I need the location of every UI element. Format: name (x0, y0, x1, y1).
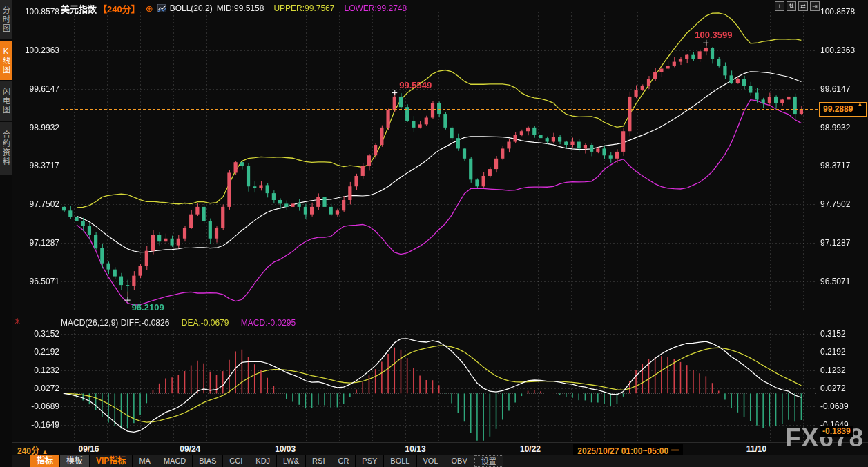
pan-right-icon[interactable]: ⇥ (810, 1, 820, 11)
time-axis-row: 240分 ▲ 2025/10/27 01:00~05:00 一 09/1609/… (12, 442, 868, 455)
macd-tick-right: -0.0689 (820, 401, 859, 411)
chart-control-icons: +⇅⇄⇥ (775, 1, 820, 11)
price-tick-right: 98.3717 (820, 161, 859, 170)
crosshair-move-icon[interactable]: + (775, 1, 784, 11)
boll-upper-value: UPPER:99.7567 (273, 3, 334, 13)
high-annotation-2: 100.3599 (695, 30, 732, 40)
toolbar-button[interactable]: 指标 (30, 455, 60, 467)
fit-horizontal-axis-icon[interactable]: ⇄ (798, 1, 808, 11)
toolbar-button[interactable]: MACD (157, 455, 193, 467)
date-tick: 09/16 (74, 444, 104, 454)
price-tick-left: 98.3717 (21, 161, 59, 170)
indicator-chart-icon[interactable] (157, 4, 166, 12)
symbol-title: 美元指数 (61, 2, 97, 15)
plus-circle-icon[interactable]: ⊕ (146, 3, 153, 14)
macd-current-value: -0.1839 (820, 426, 853, 437)
sidebar-tab-2[interactable]: K线图 (0, 41, 12, 80)
macd-tick-left: 0.0272 (21, 384, 59, 393)
date-tick: 09/24 (175, 444, 205, 454)
boll-mid-value: MID:99.5158 (217, 3, 264, 13)
macd-tick-left: -0.0689 (21, 401, 59, 411)
toolbar-button[interactable]: VIP指标 (90, 455, 133, 467)
toolbar-button[interactable]: VOL (417, 455, 445, 467)
macd-tick-left: 0.2192 (21, 347, 59, 357)
toolbar-button[interactable]: BOLL (384, 455, 416, 467)
sidebar-tab-3[interactable]: 闪电图 (0, 81, 12, 121)
trading-app-window: 分时图K线图闪电图合约资料 美元指数 【240分】 ⊕ BOLL(20,2) M… (0, 0, 868, 467)
price-tick-right: 97.1287 (820, 238, 859, 248)
low-annotation: 96.2109 (132, 302, 164, 312)
macd-tick-left: 0.3152 (21, 329, 59, 339)
price-tick-left: 98.9932 (21, 123, 59, 132)
macd-tick-left: 0.1232 (21, 366, 59, 375)
sidebar-tab-4[interactable]: 合约资料 (0, 122, 12, 175)
macd-tick-right: 0.3152 (820, 329, 859, 339)
toolbar-button[interactable]: 模板 (60, 455, 90, 467)
toolbar-button[interactable]: CR (331, 455, 356, 467)
toolbar-button[interactable]: 设置 (474, 455, 503, 467)
toolbar-button[interactable]: LW& (277, 455, 306, 467)
macd-tick-right: 0.2192 (820, 347, 859, 357)
alert-blink-icon[interactable]: ✳ (14, 317, 21, 326)
macd-header: MACD(26,12,9) DIFF:-0.0826 DEA:-0.0679 M… (61, 318, 296, 328)
chart-type-sidebar: 分时图K线图闪电图合约资料 (0, 0, 12, 467)
boll-lower-value: LOWER:99.2748 (344, 3, 407, 13)
price-marker-icon: ▲ (857, 101, 863, 108)
price-tick-left: 97.7502 (21, 199, 59, 209)
toolbar-button[interactable]: KDJ (249, 455, 277, 467)
fit-vertical-axis-icon[interactable]: ⇅ (787, 1, 796, 11)
date-tick: 10/03 (270, 444, 300, 454)
price-chart-canvas[interactable] (0, 0, 868, 467)
macd-dea-value: DEA:-0.0679 (182, 318, 229, 328)
date-tick: 11/10 (741, 444, 771, 454)
toolbar-button[interactable]: CCI (223, 455, 249, 467)
chart-header: 美元指数 【240分】 ⊕ BOLL(20,2) MID:99.5158 UPP… (61, 2, 407, 14)
macd-macd-value: MACD:-0.0295 (241, 318, 296, 328)
price-tick-left: 100.2363 (21, 46, 59, 55)
toolbar-button[interactable]: OBV (445, 455, 474, 467)
price-tick-left: 100.8578 (21, 7, 59, 17)
toolbar-button[interactable]: RSI (306, 455, 331, 467)
date-tick: 10/13 (401, 444, 431, 454)
sidebar-tab-1[interactable]: 分时图 (0, 0, 12, 39)
indicator-toolbar: 指标模板VIP指标MAMACDBIASCCIKDJLW&RSICRPSYBOLL… (12, 455, 868, 467)
boll-label: BOLL(20,2) (170, 3, 213, 13)
toolbar-button[interactable]: MA (133, 455, 157, 467)
price-tick-right: 99.6147 (820, 84, 859, 94)
price-tick-right: 100.8578 (820, 7, 859, 17)
price-tick-right: 98.9932 (820, 123, 859, 132)
macd-diff-value: MACD(26,12,9) DIFF:-0.0826 (61, 318, 169, 328)
toolbar-button[interactable]: PSY (356, 455, 384, 467)
high-annotation-1: 99.5549 (399, 80, 432, 90)
interval-tag: 【240分】 (98, 2, 140, 15)
macd-tick-right: 0.0272 (820, 384, 859, 393)
price-tick-left: 97.1287 (21, 238, 59, 248)
macd-tick-right: 0.1232 (820, 366, 859, 375)
macd-tick-left: -0.1649 (21, 420, 59, 430)
price-tick-left: 96.5071 (21, 277, 59, 286)
price-tick-left: 99.6147 (21, 84, 59, 94)
price-tick-right: 96.5071 (820, 277, 859, 286)
price-tick-right: 100.2363 (820, 46, 859, 55)
interval-dropdown[interactable]: 240分 ▲ (17, 444, 48, 456)
toolbar-button[interactable]: BIAS (193, 455, 223, 467)
date-tick: 10/22 (515, 444, 546, 454)
price-tick-right: 97.7502 (820, 199, 859, 209)
